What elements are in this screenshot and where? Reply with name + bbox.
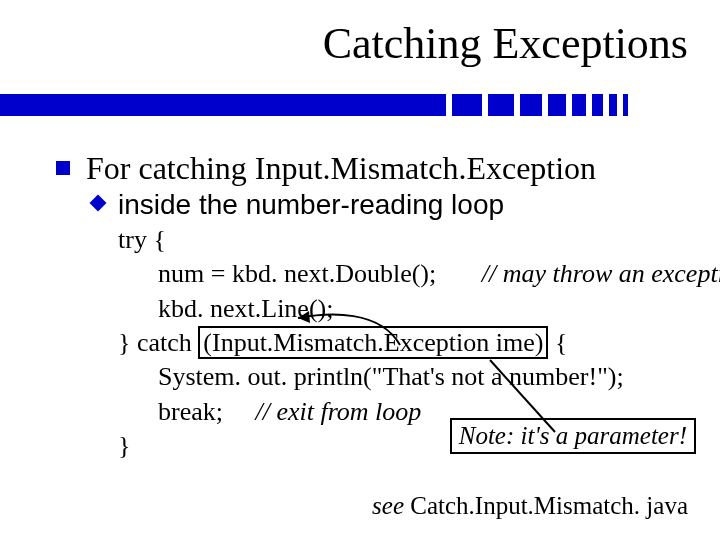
code-text: {: [548, 328, 567, 357]
decor-bar-solid: [0, 94, 412, 116]
see-file: Catch.Input.Mismatch. java: [404, 492, 688, 519]
note-callout: Note: it's a parameter!: [450, 418, 696, 454]
boxed-parameter: (Input.Mismatch.Exception ime): [198, 326, 548, 359]
bullet-level-2: inside the number-reading loop: [56, 189, 690, 221]
note-label: Note: [459, 422, 506, 449]
slide-title: Catching Exceptions: [323, 18, 688, 69]
code-text: break;: [158, 397, 223, 426]
decor-bar-blocks: [412, 94, 628, 116]
see-word: see: [372, 492, 404, 519]
code-line: num = kbd. next.Double(); // may throw a…: [118, 257, 690, 291]
code-comment: // may throw an exception: [482, 259, 720, 288]
code-line: } catch (Input.Mismatch.Exception ime) {: [118, 326, 690, 360]
note-text: : it's a parameter!: [506, 422, 687, 449]
slide: Catching Exceptions For catching Input.M…: [0, 0, 720, 540]
code-text: } catch: [118, 328, 198, 357]
code-line: kbd. next.Line();: [118, 292, 690, 326]
code-line: try {: [118, 223, 690, 257]
code-line: System. out. println("That's not a numbe…: [118, 360, 690, 394]
bullet-level-1: For catching Input.Mismatch.Exception: [56, 150, 690, 187]
content-area: For catching Input.Mismatch.Exception in…: [56, 150, 690, 463]
code-text: num = kbd. next.Double();: [158, 259, 436, 288]
see-also: see Catch.Input.Mismatch. java: [372, 492, 688, 520]
code-comment: // exit from loop: [255, 397, 421, 426]
